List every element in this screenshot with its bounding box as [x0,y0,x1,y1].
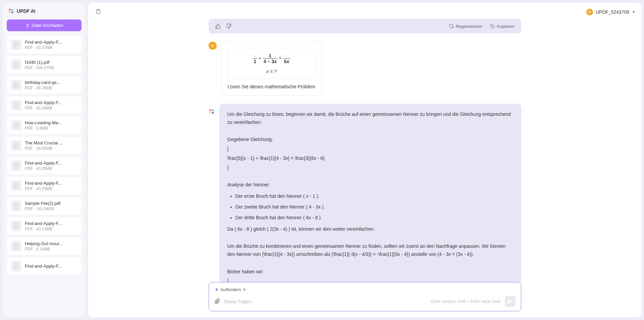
file-name: f1040 (1).pdf [25,60,77,65]
upload-label: Datei hochladen [32,23,63,28]
file-item[interactable]: Find-and-Apply-F...PDF · 43.25MB [7,177,82,194]
copy-button[interactable]: Kopieren [490,24,514,29]
file-name: Sample File(2).pdf [25,201,77,206]
app-title: UPDF AI [17,8,35,14]
upload-icon [25,23,30,28]
send-icon [507,299,513,304]
file-name: Find-and-Apply-F... [25,264,77,269]
file-item[interactable]: Helping-Out-Insur...PDF · 9.14MB [7,237,82,255]
file-icon [11,180,21,191]
file-meta: PDF · 141.94KB [25,207,77,211]
thumbs-down-button[interactable] [226,24,231,29]
svg-point-54 [212,109,214,111]
file-name: The Most Crucial ... [25,140,77,145]
file-icon [11,140,21,151]
input-box: ✦ Auffordern ▼ Enter Senden; Shift + Ent… [209,282,521,311]
file-item[interactable]: Find-and-Apply-F...PDF · 43.07MB [7,36,82,53]
input-area: ✦ Auffordern ▼ Enter Senden; Shift + Ent… [88,282,641,317]
attach-button[interactable] [214,298,220,305]
feedback-bar: Regenerieren Kopieren [209,19,521,34]
file-item[interactable]: Sample File(2).pdfPDF · 141.94KB [7,197,82,215]
file-list: Find-and-Apply-F...PDF · 43.07MB f1040 (… [7,36,82,313]
user-message: U ·1 + 14 − 3x = ·6x x = ? Lösen Sie die… [209,42,521,96]
chevron-down-icon: ▼ [243,288,246,291]
input-hint: Enter Senden; Shift + Enter Neue Zeile [431,299,501,304]
file-meta: PDF · 43.25MB [25,166,77,171]
svg-point-3 [11,11,13,13]
main-panel: U UPDF_5243709 ▼ Regenerieren Kopieren U [88,3,641,317]
file-icon [11,221,21,231]
file-item[interactable]: Find-and-Apply-F... [7,258,82,275]
thumbs-down-icon [226,24,231,29]
prompt-selector[interactable]: ✦ Auffordern ▼ [214,286,516,293]
avatar: U [586,9,593,15]
ai-message: Um die Gleichung zu lösen, beginnen wir … [209,104,521,282]
file-meta: PDF · 43.13MB [25,227,77,231]
file-icon [11,100,21,110]
file-icon [11,160,21,171]
svg-point-55 [209,112,211,114]
file-icon [11,261,21,272]
thumbs-up-icon [215,24,221,29]
file-meta: PDF · 9.14MB [25,247,77,252]
upload-button[interactable]: Datei hochladen [7,19,82,31]
file-meta: PDF · 43.26MB [25,106,77,110]
thumbs-up-button[interactable] [215,24,221,29]
svg-point-56 [212,112,214,114]
ai-content: Um die Gleichung zu lösen, beginnen wir … [219,104,521,282]
sidebar: UPDF AI Datei hochladen Find-and-Apply-F… [3,3,86,317]
ai-avatar-icon [209,108,215,115]
user-avatar: U [209,42,217,50]
file-meta: PDF · 45.79MB [25,86,77,90]
user-content: ·1 + 14 − 3x = ·6x x = ? Lösen Sie diese… [221,42,322,96]
file-meta: PDF · 18.03MB [25,146,77,151]
file-item[interactable]: Find-and-Apply-F...PDF · 43.26MB [7,96,82,114]
chat-container: Regenerieren Kopieren U ·1 + 14 − 3x = ·… [88,3,641,282]
svg-point-1 [11,9,13,11]
message-input[interactable] [224,299,427,304]
math-equation-image: ·1 + 14 − 3x = ·6x x = ? [228,48,315,79]
svg-point-2 [9,11,11,13]
file-name: Find-and-Apply-F... [25,221,77,226]
svg-rect-52 [492,26,495,28]
file-item[interactable]: Find-and-Apply-F...PDF · 43.13MB [7,217,82,235]
file-meta: PDF · 43.25MB [25,186,77,191]
file-name: Find-and-Apply-F... [25,100,77,105]
top-bar: U UPDF_5243709 ▼ [94,7,635,16]
paperclip-icon [214,298,220,304]
file-name: birthday-card-ge... [25,80,77,85]
svg-point-53 [209,109,211,111]
user-menu[interactable]: U UPDF_5243709 ▼ [586,9,635,15]
app-logo-icon [8,8,14,14]
sidebar-header: UPDF AI [7,7,82,15]
file-icon [11,39,21,50]
regenerate-button[interactable]: Regenerieren [449,24,482,29]
file-name: How-Leading-Ma... [25,120,77,125]
refresh-icon [449,24,454,29]
file-name: Find-and-Apply-F... [25,181,77,186]
copy-icon [490,24,495,29]
file-name: Find-and-Apply-F... [25,161,77,166]
file-item[interactable]: Find-and-Apply-F...PDF · 43.25MB [7,157,82,174]
file-item[interactable]: The Most Crucial ...PDF · 18.03MB [7,137,82,154]
file-meta: PDF · 3.8MB [25,126,77,131]
file-name: Find-and-Apply-F... [25,40,77,45]
chevron-down-icon: ▼ [632,10,635,14]
file-item[interactable]: f1040 (1).pdfPDF · 435.57KB [7,56,82,74]
send-button[interactable] [505,296,516,307]
file-icon [11,120,21,131]
prompt-label: Auffordern [221,287,241,292]
user-text: Lösen Sie dieses mathematische Problem [228,84,315,89]
file-name: Helping-Out-Insur... [25,241,77,246]
file-item[interactable]: How-Leading-Ma...PDF · 3.8MB [7,117,82,134]
trash-icon [96,9,101,14]
file-meta: PDF · 43.07MB [25,45,77,50]
file-icon [11,200,21,211]
file-item[interactable]: birthday-card-ge...PDF · 45.79MB [7,76,82,94]
file-meta: PDF · 435.57KB [25,65,77,70]
file-icon [11,80,21,90]
delete-button[interactable] [94,7,102,16]
sparkle-icon: ✦ [214,286,219,293]
svg-point-0 [9,9,11,11]
username: UPDF_5243709 [596,9,629,15]
